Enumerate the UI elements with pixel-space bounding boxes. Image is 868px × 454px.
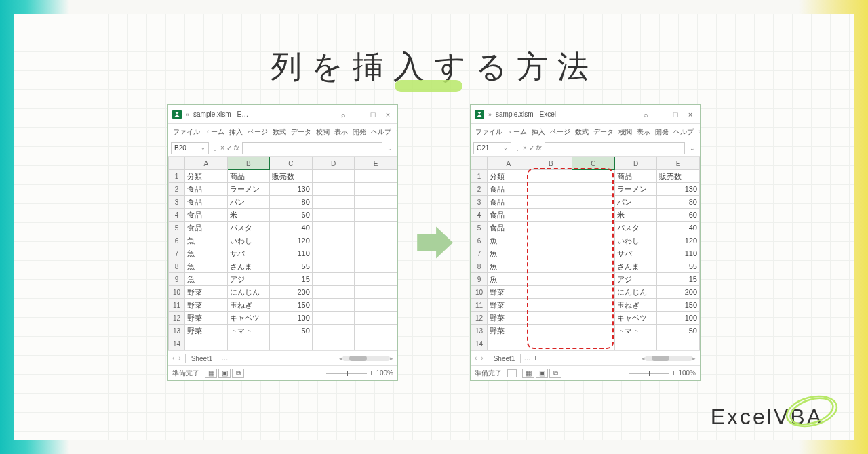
cell[interactable]: 魚	[185, 234, 228, 247]
cell[interactable]: パン	[614, 196, 657, 209]
cell[interactable]	[312, 234, 355, 247]
select-all-corner[interactable]	[471, 157, 488, 170]
cell[interactable]: 50	[657, 325, 700, 337]
row-header[interactable]: 4	[471, 209, 488, 222]
cell[interactable]: 魚	[185, 260, 228, 273]
row-header[interactable]: 14	[169, 337, 185, 350]
ribbon-tab[interactable]: 開発	[653, 126, 671, 138]
cell[interactable]: ラーメン	[614, 183, 657, 196]
zoom-out-button[interactable]: −	[319, 369, 323, 377]
cell[interactable]: さんま	[227, 260, 270, 273]
new-sheet-button[interactable]: +	[231, 354, 235, 362]
fx-buttons[interactable]: ⋮×✓fx	[514, 144, 542, 152]
zoom-in-button[interactable]: +	[672, 369, 676, 377]
cell[interactable]	[657, 337, 700, 350]
cell[interactable]	[312, 325, 355, 337]
cell[interactable]: 魚	[488, 247, 530, 260]
view-normal-icon[interactable]: ▦	[205, 369, 217, 378]
macro-icon[interactable]	[507, 369, 517, 377]
new-sheet-button[interactable]: +	[533, 354, 537, 362]
col-header[interactable]: A	[488, 157, 530, 170]
cell[interactable]	[312, 286, 355, 299]
zoom-slider[interactable]	[629, 373, 669, 374]
cell[interactable]: 40	[657, 222, 700, 234]
cell[interactable]: さんま	[614, 260, 657, 273]
row-header[interactable]: 3	[471, 196, 488, 209]
cell[interactable]	[185, 337, 228, 350]
cell[interactable]	[572, 170, 615, 183]
cell[interactable]: 野菜	[488, 299, 530, 312]
tab-nav-right[interactable]: ›	[178, 354, 180, 362]
cell[interactable]: アジ	[614, 273, 657, 286]
zoom-level[interactable]: 100%	[376, 369, 393, 377]
cell[interactable]	[355, 299, 397, 312]
cell[interactable]: 40	[270, 222, 313, 234]
cell[interactable]: 野菜	[185, 299, 228, 312]
cell[interactable]	[355, 222, 397, 234]
cell[interactable]: 200	[657, 286, 700, 299]
ribbon-tab[interactable]: ファイル	[473, 126, 505, 138]
cell[interactable]	[530, 260, 572, 273]
view-pagelayout-icon[interactable]: ▣	[218, 369, 231, 378]
cell[interactable]: 魚	[185, 247, 228, 260]
cell[interactable]	[312, 170, 355, 183]
cell[interactable]: 魚	[185, 273, 228, 286]
cell[interactable]	[572, 196, 615, 209]
quick-access-icon[interactable]: »	[186, 111, 189, 118]
view-pagebreak-icon[interactable]: ⧉	[232, 369, 244, 378]
cell[interactable]: 食品	[185, 209, 228, 222]
cell[interactable]: 15	[270, 273, 313, 286]
cell[interactable]: 玉ねぎ	[614, 299, 657, 312]
cell[interactable]: 玉ねぎ	[227, 299, 270, 312]
cell[interactable]	[312, 337, 355, 350]
sheet-tab[interactable]: Sheet1	[488, 354, 521, 363]
row-header[interactable]: 5	[471, 222, 488, 234]
cell[interactable]: 80	[657, 196, 700, 209]
cell[interactable]	[312, 312, 355, 325]
cell[interactable]: 米	[614, 209, 657, 222]
sheet-tab[interactable]: Sheet1	[185, 354, 219, 363]
cell[interactable]	[530, 273, 572, 286]
ribbon-tab[interactable]: 開発	[351, 126, 368, 138]
cell[interactable]: 野菜	[488, 325, 530, 337]
cell[interactable]: にんじん	[227, 286, 270, 299]
row-header[interactable]: 11	[169, 299, 185, 312]
row-header[interactable]: 6	[169, 234, 185, 247]
col-header[interactable]: D	[614, 157, 657, 170]
cell[interactable]	[572, 222, 615, 234]
cell[interactable]	[312, 222, 355, 234]
cell[interactable]	[572, 234, 615, 247]
hscroll-track[interactable]	[645, 356, 692, 361]
cell[interactable]	[572, 286, 615, 299]
spreadsheet-grid[interactable]: ABCDE1分類商品販売数2食品ラーメン1303食品パン804食品米605食品パ…	[471, 157, 700, 350]
row-header[interactable]: 5	[169, 222, 185, 234]
cell[interactable]	[530, 209, 572, 222]
row-header[interactable]: 14	[471, 337, 488, 350]
cell[interactable]: 130	[657, 183, 700, 196]
cell[interactable]	[572, 273, 615, 286]
cell[interactable]	[355, 325, 397, 337]
cell[interactable]: いわし	[614, 234, 657, 247]
cell[interactable]: 野菜	[488, 286, 530, 299]
cell[interactable]	[312, 183, 355, 196]
cell[interactable]: 野菜	[488, 312, 530, 325]
cell[interactable]	[488, 337, 530, 350]
cell[interactable]	[530, 312, 572, 325]
search-icon[interactable]: ⌕	[640, 110, 651, 119]
cell[interactable]: 55	[657, 260, 700, 273]
ribbon-nav-right[interactable]: ›	[696, 127, 700, 137]
cell[interactable]: 15	[657, 273, 700, 286]
row-header[interactable]: 3	[169, 196, 185, 209]
formula-bar[interactable]	[545, 142, 685, 154]
cell[interactable]	[312, 273, 355, 286]
cell[interactable]: 150	[657, 299, 700, 312]
cell[interactable]	[530, 337, 572, 350]
cell[interactable]: 食品	[185, 222, 228, 234]
maximize-button[interactable]: □	[368, 110, 378, 119]
cell[interactable]: 55	[270, 260, 313, 273]
formula-bar[interactable]	[242, 142, 382, 154]
row-header[interactable]: 13	[471, 325, 488, 337]
col-header[interactable]: B	[530, 157, 572, 170]
ribbon-tab[interactable]: 校閲	[314, 126, 332, 138]
ribbon-nav-right[interactable]: ›	[394, 127, 397, 137]
